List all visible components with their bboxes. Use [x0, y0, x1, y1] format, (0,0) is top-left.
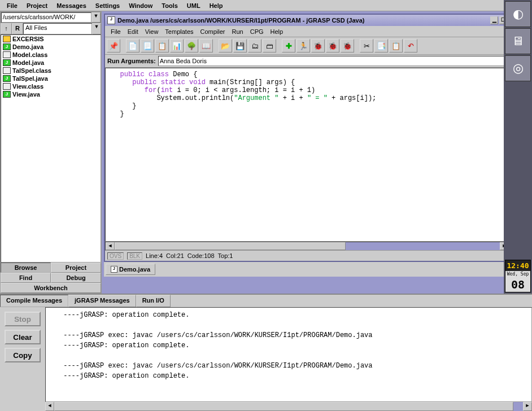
status-ovs: OVS — [107, 252, 124, 260]
tree-icon[interactable]: 🌳 — [185, 39, 198, 53]
file-filter[interactable]: All Files — [23, 23, 92, 34]
clock-time: 12:40 — [505, 260, 530, 271]
copy-button[interactable]: Copy — [5, 348, 41, 362]
file-item[interactable]: JDemo.java — [1, 43, 101, 51]
editor-title: Demo.java /users/cs/carlsson/WORK/KURSER… — [117, 17, 490, 24]
file-label: TalSpel.class — [12, 67, 51, 74]
path-dropdown[interactable]: ▼ — [91, 12, 101, 23]
java-icon: J — [3, 59, 11, 66]
open-icon[interactable]: 📂 — [219, 39, 232, 53]
clock-widget[interactable]: 12:40 Wed, Sep 08 — [505, 260, 531, 292]
minimize-icon[interactable]: ▁ — [490, 16, 498, 24]
folder1-icon[interactable]: 🗂 — [248, 39, 261, 53]
file-item[interactable]: View.class — [1, 82, 101, 90]
file-item[interactable]: TalSpel.class — [1, 67, 101, 75]
chart-icon[interactable]: 📊 — [170, 39, 184, 53]
folder2-icon[interactable]: 🗃 — [263, 39, 276, 53]
tab-workbench[interactable]: Workbench — [1, 283, 101, 293]
messages-panel: Compile Messages jGRASP Messages Run I/O… — [0, 294, 532, 411]
editor-window-icon: J — [107, 16, 115, 24]
editor-titlebar[interactable]: J Demo.java /users/cs/carlsson/WORK/KURS… — [105, 15, 509, 26]
menu-window[interactable]: Window — [124, 1, 157, 10]
menu-settings[interactable]: Settings — [91, 1, 124, 10]
stop-button[interactable]: Stop — [5, 312, 41, 326]
file-list: EXCERSISJDemo.javaModel.classJModel.java… — [1, 34, 101, 263]
page2-icon[interactable]: 📋 — [155, 39, 169, 53]
file-label: Model.class — [12, 51, 47, 58]
undo-icon[interactable]: ↶ — [404, 39, 417, 53]
file-label: EXCERSIS — [12, 36, 44, 42]
doc-tab-demo[interactable]: J Demo.java — [106, 264, 155, 275]
clear-button[interactable]: Clear — [5, 330, 41, 344]
desktop-app3-icon[interactable]: ◎ — [505, 55, 531, 81]
file-label: Model.java — [12, 59, 44, 66]
menu-uml[interactable]: UML — [182, 1, 205, 10]
path-input[interactable]: /users/cs/carlsson/WORK/ — [1, 12, 91, 23]
book-icon[interactable]: 📖 — [199, 39, 213, 53]
left-tabs: Browse Project Find Debug Workbench — [1, 263, 101, 293]
horizontal-scrollbar[interactable]: ◄ ► — [105, 242, 509, 251]
debug2-icon[interactable]: 🐞 — [326, 39, 339, 53]
cut-icon[interactable]: ✂ — [360, 39, 373, 53]
menu-help[interactable]: Help — [205, 1, 228, 10]
run-args-input[interactable] — [158, 56, 507, 66]
desktop-app1-icon[interactable]: ◐ — [505, 1, 531, 27]
pin-icon[interactable]: 📌 — [107, 39, 120, 53]
desktop-monitor-icon[interactable]: 🖥 — [505, 28, 531, 54]
tab-jgrasp-messages[interactable]: jGRASP Messages — [68, 295, 136, 307]
menu-messages[interactable]: Messages — [52, 1, 91, 10]
file-item[interactable]: JTalSpel.java — [1, 75, 101, 82]
tab-run-io[interactable]: Run I/O — [136, 295, 171, 307]
editor-menu-run[interactable]: Run — [229, 27, 247, 36]
status-code: Code:108 — [187, 252, 215, 259]
console-scrollbar[interactable]: ◄ ► — [0, 402, 532, 411]
file-item[interactable]: Model.class — [1, 51, 101, 59]
class-icon — [3, 83, 11, 90]
editor-menu-edit[interactable]: Edit — [124, 27, 142, 36]
tab-compile-messages[interactable]: Compile Messages — [0, 295, 68, 307]
editor-menu-view[interactable]: View — [142, 27, 162, 36]
tab-debug[interactable]: Debug — [51, 273, 101, 283]
tab-find[interactable]: Find — [1, 273, 51, 283]
filter-dropdown[interactable]: ▼ — [92, 23, 101, 34]
doc-tab-icon: J — [111, 266, 117, 273]
editor-window: J Demo.java /users/cs/carlsson/WORK/KURS… — [104, 14, 511, 262]
file-item[interactable]: JModel.java — [1, 59, 101, 67]
copy-icon[interactable]: 📑 — [374, 39, 388, 53]
code-editor[interactable]: public class Demo { public static void m… — [105, 68, 509, 242]
editor-menu-help[interactable]: Help — [267, 27, 287, 36]
console-scroll-right-icon[interactable]: ► — [523, 402, 532, 411]
file-item[interactable]: EXCERSIS — [1, 35, 101, 43]
csd-icon[interactable]: 📄 — [126, 39, 139, 53]
editor-menubar: File Edit View Templates Compiler Run CP… — [105, 26, 509, 37]
refresh-button[interactable]: R — [12, 23, 23, 34]
run-icon[interactable]: 🏃 — [296, 39, 310, 53]
main-menubar: File Project Messages Settings Window To… — [0, 0, 532, 11]
editor-menu-file[interactable]: File — [107, 27, 124, 36]
run-args-label: Run Arguments: — [107, 58, 158, 64]
clock-day: 08 — [505, 277, 530, 292]
save-icon[interactable]: 💾 — [233, 39, 247, 53]
paste-icon[interactable]: 📋 — [389, 39, 403, 53]
tab-project[interactable]: Project — [51, 263, 101, 273]
document-tabs: J Demo.java — [104, 262, 530, 277]
menu-project[interactable]: Project — [22, 1, 52, 10]
menu-tools[interactable]: Tools — [157, 1, 182, 10]
console-scroll-left-icon[interactable]: ◄ — [45, 402, 54, 411]
editor-menu-templates[interactable]: Templates — [162, 27, 197, 36]
scroll-thumb[interactable] — [115, 242, 346, 250]
console-scroll-thumb[interactable] — [54, 402, 513, 411]
up-button[interactable]: ↑ — [1, 23, 12, 34]
debug3-icon[interactable]: 🐞 — [341, 39, 354, 53]
page1-icon[interactable]: 📃 — [141, 39, 154, 53]
editor-menu-compiler[interactable]: Compiler — [197, 27, 229, 36]
file-item[interactable]: JView.java — [1, 90, 101, 98]
scroll-left-icon[interactable]: ◄ — [106, 242, 115, 250]
editor-menu-cpg[interactable]: CPG — [247, 27, 267, 36]
tab-browse[interactable]: Browse — [1, 263, 51, 273]
compile-icon[interactable]: ✚ — [282, 39, 295, 53]
console-output[interactable]: ----jGRASP: operation complete. ----jGRA… — [45, 307, 532, 402]
debug-icon[interactable]: 🐞 — [311, 39, 325, 53]
editor-area: J Demo.java /users/cs/carlsson/WORK/KURS… — [102, 11, 532, 294]
menu-file[interactable]: File — [2, 1, 22, 10]
